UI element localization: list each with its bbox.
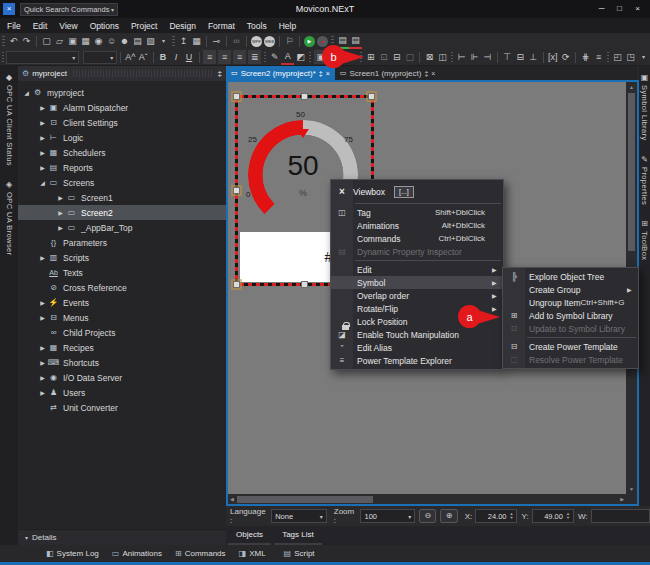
tab-system-log[interactable]: ◧ System Log xyxy=(46,549,99,558)
tree-item-appbar-top[interactable]: ▶▭_AppBar_Top xyxy=(18,220,226,235)
menu-file[interactable]: File xyxy=(1,21,27,31)
menu-item-enable-touch-manipulation[interactable]: ◪Enable Touch Manipulation xyxy=(331,328,503,341)
document-icon[interactable]: ▤ xyxy=(131,34,144,48)
tree-item-parameters[interactable]: {}Parameters xyxy=(18,235,226,250)
close-tab-icon[interactable]: × xyxy=(326,70,330,77)
tree-item-unit-converter[interactable]: ⇄Unit Converter xyxy=(18,400,226,415)
menu-item-edit-alias[interactable]: ”Edit Alias xyxy=(331,341,503,354)
tab-toolbox[interactable]: ⊞ ToolBox xyxy=(639,212,650,267)
selection-handle-nw[interactable] xyxy=(233,93,240,100)
save-icon[interactable]: ▣ xyxy=(66,34,79,48)
stepper-icons[interactable]: ▲▼ xyxy=(566,512,570,520)
tree-item-screens[interactable]: ◢▭Screens xyxy=(18,175,226,190)
expand-icon[interactable]: ▶ xyxy=(38,374,47,381)
minimize-button[interactable]: ─ xyxy=(594,3,609,15)
menu-item-tag[interactable]: ◫TagShift+DblClick xyxy=(331,206,503,219)
tree-item-logic[interactable]: ▶⊢Logic xyxy=(18,130,226,145)
tree-item-client-settings[interactable]: ▶⊡Client Settings xyxy=(18,115,226,130)
align-text-justify-icon[interactable]: ≣ xyxy=(248,50,261,64)
close-tab-icon[interactable]: × xyxy=(431,70,435,77)
selection-handle-s[interactable] xyxy=(301,281,308,288)
key-icon[interactable]: ⊸ xyxy=(210,34,223,48)
menu-item-ungroup-item[interactable]: Ungroup ItemCtrl+Shift+G xyxy=(503,296,638,309)
tree-item-screen1[interactable]: ▶▭Screen1 xyxy=(18,190,226,205)
scroll-up-icon[interactable]: ▲ xyxy=(626,82,637,92)
expand-icon[interactable]: ▶ xyxy=(38,389,47,396)
toolbar-grip[interactable] xyxy=(2,52,4,63)
expand-icon[interactable]: ▶ xyxy=(38,254,47,261)
update-symbol-library-icon[interactable]: ⊡ xyxy=(377,50,390,64)
details-expander[interactable]: ▾ Details xyxy=(18,529,226,545)
font-color-icon[interactable]: A xyxy=(281,49,294,65)
align-right-icon[interactable]: ⊣ xyxy=(481,50,494,64)
tree-item-myproject[interactable]: ◢⚙myproject xyxy=(18,85,226,100)
scrollbar-thumb[interactable] xyxy=(237,496,373,503)
align-center-icon[interactable]: ⊩ xyxy=(468,50,481,64)
create-power-template-icon[interactable]: ⊟ xyxy=(390,50,403,64)
zoom-combo[interactable]: 100 ▾ xyxy=(360,509,415,523)
tree-item-recipes[interactable]: ▶▦Recipes xyxy=(18,340,226,355)
open-project-icon[interactable]: ▱ xyxy=(53,34,66,48)
underline-icon[interactable]: U xyxy=(183,50,196,64)
expand-icon[interactable]: ▶ xyxy=(38,164,47,171)
group-icon[interactable]: ⊠ xyxy=(423,50,436,64)
toolbar-grip[interactable] xyxy=(2,36,5,47)
link-icon[interactable]: ∞ xyxy=(230,34,243,48)
tree-item-texts[interactable]: AbTexts xyxy=(18,265,226,280)
menu-item-add-to-symbol-library[interactable]: ⊞Add to Symbol Library xyxy=(503,309,638,322)
selection-handle-w[interactable] xyxy=(233,187,240,194)
user-icon[interactable]: ☺ xyxy=(105,34,118,48)
pin-icon[interactable]: ‡ xyxy=(218,69,222,78)
tab-tags-list[interactable]: Tags List xyxy=(274,528,322,545)
expand-icon[interactable]: ▶ xyxy=(38,134,47,141)
tree-item-io-data-server[interactable]: ▶◉I/O Data Server xyxy=(18,370,226,385)
toolbar-grip[interactable] xyxy=(451,52,453,63)
toolbar-grip[interactable] xyxy=(172,36,175,47)
scroll-down-icon[interactable]: ▼ xyxy=(626,484,637,494)
menu-options[interactable]: Options xyxy=(84,21,125,31)
web-badge-icon[interactable]: WEB xyxy=(264,36,275,47)
menu-item-create-power-template[interactable]: ⊟Create Power Template xyxy=(503,340,638,353)
grow-font-icon[interactable]: A^ xyxy=(124,50,137,64)
menu-item-commands[interactable]: CommandsCtrl+DblClick xyxy=(331,232,503,245)
tab-screen2[interactable]: ▭ Screen2 (myproject)* ‡ × xyxy=(226,66,335,80)
close-button[interactable]: × xyxy=(630,3,645,15)
start-runtime-button[interactable]: ▶ xyxy=(304,36,315,47)
expand-icon[interactable]: ▶ xyxy=(38,149,47,156)
menu-item-edit[interactable]: Edit▶ xyxy=(331,263,503,276)
menu-item-animations[interactable]: AnimationsAlt+DblClick xyxy=(331,219,503,232)
tab-script[interactable]: ▤ Script xyxy=(284,549,315,558)
tree-item-cross-reference[interactable]: ⊘Cross Reference xyxy=(18,280,226,295)
menu-tools[interactable]: Tools xyxy=(241,21,273,31)
zoom-out-button[interactable]: ⊖ xyxy=(419,509,436,523)
tab-symbol-library[interactable]: ▣ Symbol Library xyxy=(639,66,650,148)
y-coordinate-field[interactable]: 49.00 ▲▼ xyxy=(532,509,574,523)
tab-opc-ua-client-status[interactable]: ◆ OPC UA Client Status xyxy=(0,66,18,173)
menu-help[interactable]: Help xyxy=(273,21,302,31)
stepper-icons[interactable]: ▲▼ xyxy=(510,512,514,520)
menu-item-symbol[interactable]: Symbol▶ xyxy=(331,276,503,289)
binding-icon[interactable]: [x] xyxy=(546,50,559,64)
send-to-back-icon[interactable]: ◳ xyxy=(624,50,637,64)
tree-item-events[interactable]: ▶⚡Events xyxy=(18,295,226,310)
zoom-in-button[interactable]: ⊕ xyxy=(440,509,457,523)
tree-item-scripts[interactable]: ▶▥Scripts xyxy=(18,250,226,265)
tree-item-menus[interactable]: ▶⊟Menus xyxy=(18,310,226,325)
menu-edit[interactable]: Edit xyxy=(27,21,54,31)
tree-item-alarm-dispatcher[interactable]: ▶▣Alarm Dispatcher xyxy=(18,100,226,115)
undo-icon[interactable]: ↶ xyxy=(7,34,20,48)
edit-document-icon[interactable]: ▧ xyxy=(144,34,157,48)
pen-icon[interactable]: ✎ xyxy=(268,50,281,64)
menu-project[interactable]: Project xyxy=(125,21,163,31)
tree-item-reports[interactable]: ▶▤Reports xyxy=(18,160,226,175)
x-coordinate-field[interactable]: 24.00 ▲▼ xyxy=(475,509,517,523)
selection-handle-n[interactable] xyxy=(301,93,308,100)
expand-icon[interactable]: ▶ xyxy=(38,344,47,351)
align-text-center-icon[interactable]: ≡ xyxy=(218,50,231,64)
menu-format[interactable]: Format xyxy=(202,21,241,31)
pin-icon[interactable]: ‡ xyxy=(424,70,428,77)
toolbar-overflow-icon[interactable]: ▾ xyxy=(637,50,650,64)
about-icon[interactable]: ◉ xyxy=(92,34,105,48)
menu-view[interactable]: View xyxy=(53,21,83,31)
new-project-icon[interactable]: ▢ xyxy=(40,34,53,48)
